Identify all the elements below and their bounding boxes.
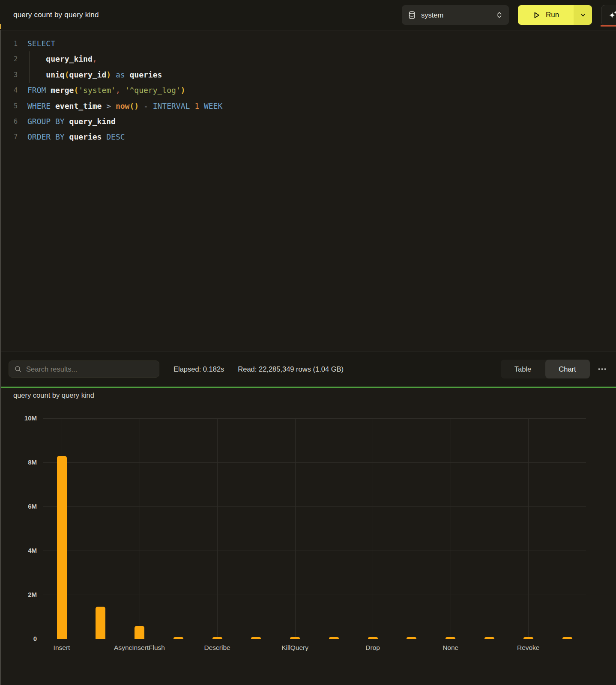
h-gridline <box>43 639 586 639</box>
v-gridline <box>528 418 529 639</box>
chart-panel: query count by query kind 10M8M6M4M2M0In… <box>0 388 616 685</box>
code-line: 2 query_kind, <box>0 51 616 67</box>
left-edge-accent <box>0 24 1 29</box>
y-axis-tick: 4M <box>4 547 37 554</box>
y-axis-tick: 0 <box>4 635 37 642</box>
bar-chart: 10M8M6M4M2M0InsertAsyncInsertFlushDescri… <box>43 418 586 639</box>
search-input[interactable] <box>26 365 154 373</box>
view-toggle: Table Chart <box>501 360 590 378</box>
run-options-button[interactable] <box>574 5 592 25</box>
results-toolbar: Elapsed: 0.182s Read: 22,285,349 rows (1… <box>0 351 616 387</box>
run-button[interactable]: Run <box>518 5 574 25</box>
bar[interactable] <box>446 637 455 639</box>
read-stat: Read: 22,285,349 rows (1.04 GB) <box>238 365 344 373</box>
code-line: 1SELECT <box>0 36 616 51</box>
bar[interactable] <box>329 637 339 639</box>
code-line: 3 uniq(query_id) as queries <box>0 67 616 83</box>
bar[interactable] <box>290 637 300 639</box>
search-icon <box>14 365 22 373</box>
play-icon <box>532 11 541 19</box>
h-gridline <box>43 418 586 419</box>
v-gridline <box>140 418 140 639</box>
run-button-label: Run <box>546 11 559 19</box>
scrollbar-marker <box>601 25 616 27</box>
page-title: query count by query kind <box>13 11 99 19</box>
bar[interactable] <box>251 637 261 639</box>
database-selector-value: system <box>421 11 443 19</box>
bar[interactable] <box>484 637 494 639</box>
h-gridline <box>43 506 586 507</box>
line-number: 6 <box>0 114 18 129</box>
line-number: 3 <box>0 67 18 83</box>
line-number: 2 <box>0 51 18 67</box>
x-axis-label: Describe <box>181 644 254 652</box>
more-options-button[interactable] <box>596 366 609 372</box>
bar[interactable] <box>368 637 378 639</box>
y-axis-tick: 6M <box>4 503 37 510</box>
bar[interactable] <box>212 637 222 639</box>
bar[interactable] <box>135 626 144 639</box>
sql-console-window: query count by query kind system <box>0 0 616 685</box>
x-axis-label: Drop <box>336 644 409 652</box>
v-gridline <box>295 418 296 639</box>
code-line: 7ORDER BY queries DESC <box>0 129 616 145</box>
sparkle-icon <box>608 10 616 20</box>
code-line: 6GROUP BY query_kind <box>0 114 616 129</box>
chevron-down-icon <box>580 12 586 18</box>
bar[interactable] <box>96 607 105 639</box>
line-number: 5 <box>0 98 18 114</box>
search-results-box[interactable] <box>9 360 159 378</box>
h-gridline <box>43 551 586 551</box>
y-axis-tick: 8M <box>4 459 37 466</box>
run-button-group: Run <box>518 5 592 25</box>
sql-editor[interactable]: 1SELECT2 query_kind,3 uniq(query_id) as … <box>0 30 616 351</box>
x-axis-label: KillQuery <box>259 644 332 652</box>
y-axis-tick: 10M <box>4 414 37 422</box>
bar[interactable] <box>173 637 183 639</box>
chart-title: query count by query kind <box>13 391 94 399</box>
tab-table[interactable]: Table <box>501 360 545 378</box>
tab-chart[interactable]: Chart <box>545 360 590 378</box>
database-selector[interactable]: system <box>402 5 509 25</box>
line-number: 7 <box>0 129 18 145</box>
x-axis-label: AsyncInsertFlush <box>103 644 176 652</box>
indent-guide <box>29 51 30 83</box>
v-gridline <box>373 418 373 639</box>
h-gridline <box>43 595 586 595</box>
code-lines: 1SELECT2 query_kind,3 uniq(query_id) as … <box>0 36 616 145</box>
bar[interactable] <box>562 637 572 639</box>
x-axis-label: None <box>414 644 487 652</box>
x-axis-label: Revoke <box>492 644 565 652</box>
code-line: 4FROM merge('system', '^query_log') <box>0 83 616 98</box>
y-axis-tick: 2M <box>4 591 37 598</box>
v-gridline <box>217 418 218 639</box>
bar[interactable] <box>523 637 533 639</box>
v-gridline <box>451 418 451 639</box>
bar[interactable] <box>407 637 416 639</box>
elapsed-stat: Elapsed: 0.182s <box>173 365 224 373</box>
h-gridline <box>43 462 586 463</box>
database-icon <box>408 11 416 19</box>
ai-assistant-button[interactable] <box>601 5 616 26</box>
code-line: 5WHERE event_time > now() - INTERVAL 1 W… <box>0 98 616 114</box>
pane-resize-handle[interactable] <box>0 30 1 685</box>
updown-chevron-icon <box>496 11 502 19</box>
line-number: 4 <box>0 83 18 98</box>
line-number: 1 <box>0 36 18 51</box>
x-axis-label: Insert <box>25 644 98 652</box>
bar[interactable] <box>57 456 67 639</box>
header-actions: system Run <box>402 5 616 26</box>
header-toolbar: query count by query kind system <box>0 0 616 30</box>
